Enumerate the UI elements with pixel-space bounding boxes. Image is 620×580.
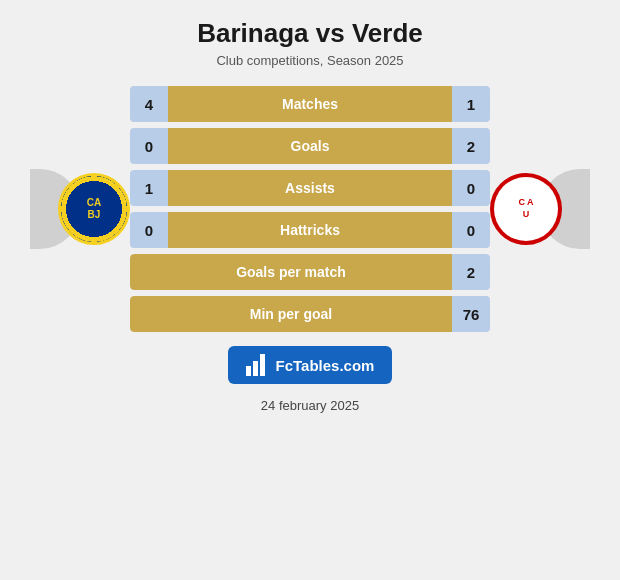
stat-row-goals-per-match: Goals per match2 — [130, 254, 490, 290]
logo-right-container: C AU — [490, 173, 590, 245]
stat-right-hattricks: 0 — [452, 212, 490, 248]
stat-label-min-per-goal: Min per goal — [130, 296, 452, 332]
stat-row-min-per-goal: Min per goal76 — [130, 296, 490, 332]
stat-right-goals-per-match: 2 — [452, 254, 490, 290]
stat-right-assists: 0 — [452, 170, 490, 206]
stat-label-matches: Matches — [168, 86, 452, 122]
logo-left-container: CABJ — [30, 173, 130, 245]
stat-right-matches: 1 — [452, 86, 490, 122]
stat-left-assists: 1 — [130, 170, 168, 206]
stat-left-hattricks: 0 — [130, 212, 168, 248]
stat-label-hattricks: Hattricks — [168, 212, 452, 248]
stat-row-hattricks: 0Hattricks0 — [130, 212, 490, 248]
stat-label-goals-per-match: Goals per match — [130, 254, 452, 290]
union-logo: C AU — [490, 173, 562, 245]
stat-right-min-per-goal: 76 — [452, 296, 490, 332]
main-content: CABJ 4Matches10Goals21Assists00Hattricks… — [10, 86, 610, 332]
stat-label-goals: Goals — [168, 128, 452, 164]
stat-row-goals: 0Goals2 — [130, 128, 490, 164]
fctables-badge: FcTables.com — [228, 346, 393, 384]
stat-right-goals: 2 — [452, 128, 490, 164]
stat-label-assists: Assists — [168, 170, 452, 206]
page-subtitle: Club competitions, Season 2025 — [216, 53, 403, 68]
boca-logo: CABJ — [58, 173, 130, 245]
date-footer: 24 february 2025 — [261, 398, 359, 413]
stat-row-assists: 1Assists0 — [130, 170, 490, 206]
page-title: Barinaga vs Verde — [197, 18, 422, 49]
page-wrapper: Barinaga vs Verde Club competitions, Sea… — [0, 0, 620, 580]
stat-row-matches: 4Matches1 — [130, 86, 490, 122]
stat-left-matches: 4 — [130, 86, 168, 122]
badge-row: FcTables.com — [228, 346, 393, 384]
stat-left-goals: 0 — [130, 128, 168, 164]
chart-icon — [246, 354, 268, 376]
stats-area: 4Matches10Goals21Assists00Hattricks0Goal… — [130, 86, 490, 332]
badge-text: FcTables.com — [276, 357, 375, 374]
